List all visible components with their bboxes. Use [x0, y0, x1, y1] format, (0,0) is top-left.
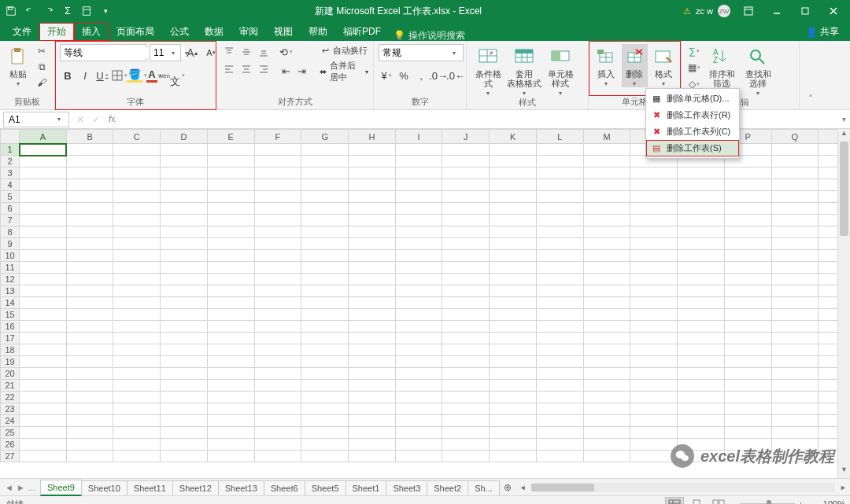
- cell[interactable]: [490, 238, 537, 250]
- cell[interactable]: [678, 309, 725, 321]
- cell[interactable]: [161, 309, 208, 321]
- menu-delete-cols[interactable]: ✖删除工作表列(C): [646, 123, 739, 140]
- cell[interactable]: [349, 415, 396, 427]
- cell[interactable]: [583, 179, 630, 191]
- new-sheet-button[interactable]: ⊕: [499, 479, 516, 495]
- cell[interactable]: [349, 451, 396, 462]
- cell[interactable]: [301, 226, 349, 238]
- cell[interactable]: [771, 226, 819, 238]
- tab-file[interactable]: 文件: [5, 23, 39, 41]
- cell[interactable]: [254, 333, 301, 344]
- cell[interactable]: [771, 344, 819, 356]
- cell[interactable]: [254, 356, 301, 368]
- cell[interactable]: [583, 203, 630, 215]
- row-header[interactable]: 24: [1, 415, 20, 427]
- cell[interactable]: [583, 368, 630, 380]
- cell[interactable]: [536, 203, 583, 215]
- wrap-text-button[interactable]: ↩自动换行: [319, 44, 368, 57]
- cell[interactable]: [490, 392, 537, 403]
- cell[interactable]: [161, 380, 208, 392]
- cell[interactable]: [771, 356, 819, 368]
- cell[interactable]: [66, 321, 113, 333]
- cell[interactable]: [161, 344, 208, 356]
- cell[interactable]: [771, 415, 819, 427]
- cell[interactable]: [161, 203, 208, 215]
- cell[interactable]: [678, 380, 725, 392]
- insert-function-icon[interactable]: fx: [104, 112, 120, 127]
- cell[interactable]: [771, 144, 819, 156]
- cell[interactable]: [113, 333, 161, 344]
- column-header[interactable]: I: [395, 130, 442, 144]
- percent-format-icon[interactable]: %: [396, 68, 412, 83]
- cell[interactable]: [583, 156, 630, 167]
- font-size-input[interactable]: [150, 47, 168, 58]
- cell[interactable]: [301, 285, 349, 297]
- cell[interactable]: [113, 368, 161, 380]
- cell[interactable]: [583, 451, 630, 462]
- row-header[interactable]: 8: [1, 226, 20, 238]
- cell[interactable]: [254, 451, 301, 462]
- cell[interactable]: [395, 226, 442, 238]
- cell[interactable]: [349, 297, 396, 309]
- cell[interactable]: [442, 403, 490, 415]
- cell[interactable]: [490, 309, 537, 321]
- cell[interactable]: [20, 321, 67, 333]
- cell[interactable]: [536, 451, 583, 462]
- cell[interactable]: [113, 191, 161, 203]
- cell[interactable]: [301, 167, 349, 179]
- cell[interactable]: [301, 415, 349, 427]
- align-top-icon[interactable]: [221, 44, 237, 60]
- cell[interactable]: [771, 392, 819, 403]
- cell[interactable]: [20, 226, 67, 238]
- cell[interactable]: [724, 368, 771, 380]
- cell[interactable]: [583, 333, 630, 344]
- cell[interactable]: [66, 167, 113, 179]
- cell[interactable]: [207, 333, 254, 344]
- cell[interactable]: [66, 356, 113, 368]
- cell[interactable]: [254, 226, 301, 238]
- cell[interactable]: [583, 321, 630, 333]
- cell[interactable]: [113, 179, 161, 191]
- increase-indent-icon[interactable]: ⇥: [294, 63, 309, 79]
- cell[interactable]: [490, 333, 537, 344]
- cell[interactable]: [349, 321, 396, 333]
- cell[interactable]: [442, 356, 490, 368]
- cell[interactable]: [724, 356, 771, 368]
- cell[interactable]: [207, 274, 254, 285]
- cell[interactable]: [207, 238, 254, 250]
- cell[interactable]: [771, 262, 819, 274]
- cut-icon[interactable]: ✂: [34, 44, 50, 58]
- cell[interactable]: [113, 427, 161, 439]
- cell[interactable]: [442, 274, 490, 285]
- cell[interactable]: [771, 179, 819, 191]
- cell[interactable]: [536, 226, 583, 238]
- cell[interactable]: [20, 392, 67, 403]
- cell[interactable]: [113, 250, 161, 262]
- sheet-tab[interactable]: Sheet11: [127, 480, 173, 495]
- cell[interactable]: [630, 380, 678, 392]
- cell[interactable]: [583, 297, 630, 309]
- autosum-button[interactable]: ∑: [686, 44, 702, 58]
- cell[interactable]: [301, 356, 349, 368]
- row-header[interactable]: 18: [1, 344, 20, 356]
- cell[interactable]: [536, 285, 583, 297]
- cell[interactable]: [113, 285, 161, 297]
- cell[interactable]: [630, 403, 678, 415]
- cell[interactable]: [113, 309, 161, 321]
- enter-formula-icon[interactable]: ✓: [88, 112, 104, 127]
- decrease-indent-icon[interactable]: ⇤: [278, 63, 294, 79]
- chevron-down-icon[interactable]: ▾: [449, 50, 460, 57]
- cell[interactable]: [20, 309, 67, 321]
- cell[interactable]: [442, 415, 490, 427]
- cell[interactable]: [630, 262, 678, 274]
- cell[interactable]: [678, 333, 725, 344]
- tab-formulas[interactable]: 公式: [162, 23, 197, 41]
- row-header[interactable]: 13: [1, 285, 20, 297]
- cell[interactable]: [395, 403, 442, 415]
- cell[interactable]: [678, 250, 725, 262]
- row-header[interactable]: 23: [1, 403, 20, 415]
- column-header[interactable]: C: [113, 130, 161, 144]
- cell[interactable]: [583, 403, 630, 415]
- cell[interactable]: [207, 427, 254, 439]
- cell[interactable]: [630, 344, 678, 356]
